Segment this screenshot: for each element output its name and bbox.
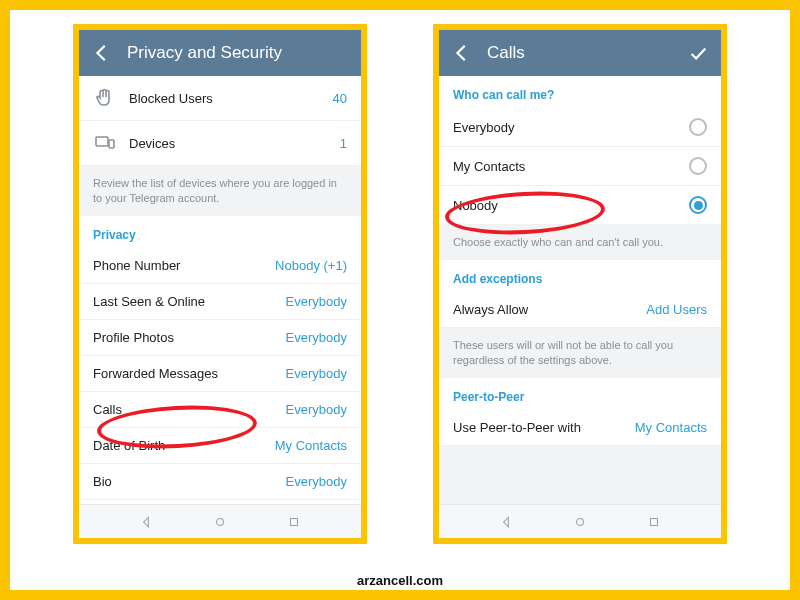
row-label: Use Peer-to-Peer with [453, 420, 635, 435]
nav-back-icon[interactable] [139, 515, 153, 529]
exceptions-header: Add exceptions [439, 260, 721, 292]
row-value: My Contacts [275, 438, 347, 453]
row-value: Everybody [286, 402, 347, 417]
nav-home-icon[interactable] [573, 515, 587, 529]
row-label: Phone Number [93, 258, 275, 273]
option-label: My Contacts [453, 159, 689, 174]
row-label: Profile Photos [93, 330, 286, 345]
row-blocked-users[interactable]: Blocked Users 40 [79, 76, 361, 121]
row-value: Everybody [286, 366, 347, 381]
svg-rect-3 [291, 518, 298, 525]
svg-rect-1 [109, 140, 114, 148]
devices-description: Review the list of devices where you are… [79, 166, 361, 216]
row-bio[interactable]: Bio Everybody [79, 464, 361, 500]
row-phone-number[interactable]: Phone Number Nobody (+1) [79, 248, 361, 284]
check-icon[interactable] [687, 42, 709, 64]
phone-privacy: Privacy and Security Blocked Users 40 De… [73, 24, 367, 544]
row-value: Nobody (+1) [275, 258, 347, 273]
who-description: Choose exactly who can and can't call yo… [439, 225, 721, 260]
appbar-privacy: Privacy and Security [79, 30, 361, 76]
nav-back-icon[interactable] [499, 515, 513, 529]
exceptions-description: These users will or will not be able to … [439, 328, 721, 378]
content-calls: Who can call me? Everybody My Contacts N… [439, 76, 721, 504]
nav-recent-icon[interactable] [647, 515, 661, 529]
appbar-title: Privacy and Security [127, 43, 349, 63]
nav-home-icon[interactable] [213, 515, 227, 529]
watermark: arzancell.com [10, 573, 790, 588]
back-arrow-icon[interactable] [91, 42, 113, 64]
who-can-call-header: Who can call me? [439, 76, 721, 108]
content-privacy: Blocked Users 40 Devices 1 Review the li… [79, 76, 361, 504]
svg-point-4 [577, 518, 584, 525]
row-label: Last Seen & Online [93, 294, 286, 309]
row-value: Everybody [286, 294, 347, 309]
row-label: Devices [129, 136, 340, 151]
row-date-of-birth[interactable]: Date of Birth My Contacts [79, 428, 361, 464]
row-last-seen[interactable]: Last Seen & Online Everybody [79, 284, 361, 320]
row-p2p[interactable]: Use Peer-to-Peer with My Contacts [439, 410, 721, 445]
nav-recent-icon[interactable] [287, 515, 301, 529]
frame: Privacy and Security Blocked Users 40 De… [0, 0, 800, 600]
radio-icon[interactable] [689, 157, 707, 175]
row-value: 1 [340, 136, 347, 151]
row-value: Add Users [646, 302, 707, 317]
row-label: Calls [93, 402, 286, 417]
radio-icon[interactable] [689, 196, 707, 214]
android-navbar [439, 504, 721, 538]
option-my-contacts[interactable]: My Contacts [439, 147, 721, 186]
phone-calls: Calls Who can call me? Everybody My Cont… [433, 24, 727, 544]
p2p-header: Peer-to-Peer [439, 378, 721, 410]
svg-point-2 [217, 518, 224, 525]
devices-icon [93, 131, 117, 155]
option-label: Nobody [453, 198, 689, 213]
row-devices[interactable]: Devices 1 [79, 121, 361, 166]
row-value: 40 [333, 91, 347, 106]
row-label: Date of Birth [93, 438, 275, 453]
svg-rect-5 [651, 518, 658, 525]
screens-row: Privacy and Security Blocked Users 40 De… [10, 10, 790, 544]
row-label: Forwarded Messages [93, 366, 286, 381]
row-value: My Contacts [635, 420, 707, 435]
row-forwarded-messages[interactable]: Forwarded Messages Everybody [79, 356, 361, 392]
option-everybody[interactable]: Everybody [439, 108, 721, 147]
privacy-section-header: Privacy [79, 216, 361, 248]
row-value: Everybody [286, 474, 347, 489]
spacer [439, 445, 721, 504]
row-label: Blocked Users [129, 91, 333, 106]
hand-icon [93, 86, 117, 110]
appbar-calls: Calls [439, 30, 721, 76]
radio-icon[interactable] [689, 118, 707, 136]
back-arrow-icon[interactable] [451, 42, 473, 64]
appbar-title: Calls [487, 43, 687, 63]
row-always-allow[interactable]: Always Allow Add Users [439, 292, 721, 328]
svg-rect-0 [96, 137, 108, 146]
row-label: Bio [93, 474, 286, 489]
option-label: Everybody [453, 120, 689, 135]
row-label: Always Allow [453, 302, 646, 317]
row-profile-photos[interactable]: Profile Photos Everybody [79, 320, 361, 356]
option-nobody[interactable]: Nobody [439, 186, 721, 225]
row-value: Everybody [286, 330, 347, 345]
android-navbar [79, 504, 361, 538]
row-calls[interactable]: Calls Everybody [79, 392, 361, 428]
